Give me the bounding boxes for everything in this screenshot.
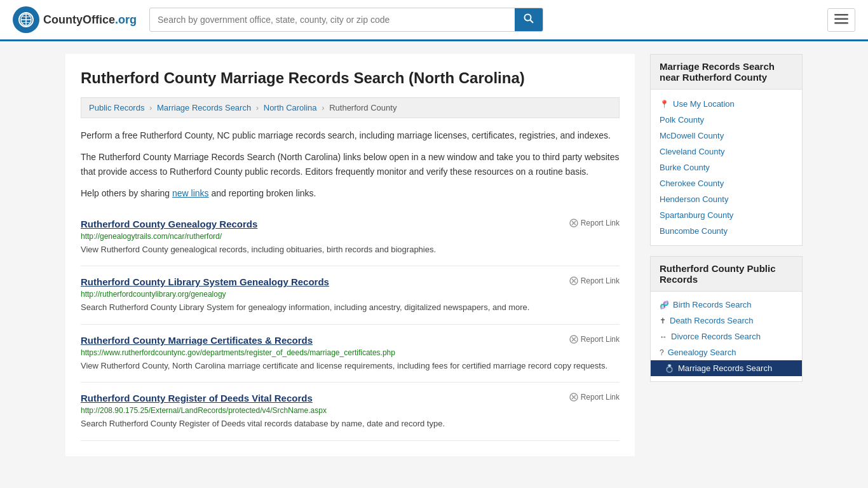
result-url-1[interactable]: http://rutherfordcountylibrary.org/genea… [81,290,620,299]
result-desc-1: Search Rutherford County Library System … [81,301,620,314]
public-records-content: 🧬Birth Records Search✝Death Records Sear… [651,292,802,381]
breadcrumb: Public Records › Marriage Records Search… [81,97,620,118]
nearby-county-0[interactable]: Polk County [660,112,793,128]
pub-rec-link-0[interactable]: 🧬Birth Records Search [660,297,793,313]
public-records-box: Rutherford County Public Records 🧬Birth … [650,256,803,382]
result-header-2: Rutherford County Marriage Certificates … [81,335,620,346]
nearby-counties-box: Marriage Records Search near Rutherford … [650,54,803,246]
result-item-1: Rutherford County Library System Genealo… [81,266,620,325]
report-icon-3 [569,393,578,402]
pub-rec-label-1: Death Records Search [670,316,754,325]
svg-line-4 [531,20,534,24]
svg-rect-7 [834,22,848,24]
result-desc-2: View Rutherford County, North Carolina m… [81,360,620,372]
description-3-post: and reporting broken links. [209,188,316,198]
nearby-county-3[interactable]: Burke County [660,159,793,175]
new-links-link[interactable]: new links [172,188,209,198]
nearby-county-6[interactable]: Spartanburg County [660,207,793,223]
pub-rec-label-3: Genealogy Search [668,348,736,357]
public-records-title: Rutherford County Public Records [651,257,802,292]
breadcrumb-public-records[interactable]: Public Records [89,103,144,112]
report-link-0[interactable]: Report Link [569,219,620,227]
pub-rec-icon-3: ? [660,348,664,357]
sidebar: Marriage Records Search near Rutherford … [650,54,803,456]
result-url-3[interactable]: http://208.90.175.25/External/LandRecord… [81,406,620,415]
logo-icon [13,6,39,33]
pub-rec-link-4[interactable]: 💍Marriage Records Search [651,360,802,376]
search-icon [524,13,534,24]
result-url-2[interactable]: https://www.rutherfordcountync.gov/depar… [81,348,620,357]
pub-rec-link-3[interactable]: ?Genealogy Search [660,344,793,360]
result-header-3: Rutherford County Register of Deeds Vita… [81,393,620,403]
description-3-pre: Help others by sharing [81,188,172,198]
pub-rec-label-2: Divorce Records Search [671,332,761,341]
result-desc-3: Search Rutherford County Register of Dee… [81,417,620,430]
hamburger-icon [834,14,848,24]
results-container: Rutherford County Genealogy Records Repo… [81,208,620,441]
nearby-county-2[interactable]: Cleveland County [660,144,793,159]
content-area: Rutherford County Marriage Records Searc… [65,54,635,456]
result-item-0: Rutherford County Genealogy Records Repo… [81,208,620,267]
menu-button[interactable] [827,8,855,32]
report-link-3[interactable]: Report Link [569,393,620,402]
main-container: Rutherford County Marriage Records Searc… [53,41,815,469]
svg-rect-6 [834,18,848,20]
breadcrumb-current: Rutherford County [329,103,397,112]
description-1: Perform a free Rutherford County, NC pub… [81,128,620,142]
pub-rec-label-4: Marriage Records Search [678,363,772,373]
search-input[interactable] [150,10,515,30]
nearby-county-7[interactable]: Buncombe County [660,223,793,239]
result-title-0[interactable]: Rutherford County Genealogy Records [81,219,257,229]
logo[interactable]: CountyOffice.org [13,6,137,33]
search-button[interactable] [515,8,543,31]
pub-rec-label-0: Birth Records Search [673,300,752,309]
breadcrumb-marriage-records-search[interactable]: Marriage Records Search [157,103,251,112]
breadcrumb-north-carolina[interactable]: North Carolina [264,103,317,112]
report-link-1[interactable]: Report Link [569,276,620,285]
svg-point-3 [525,15,531,21]
nearby-counties-content: 📍 Use My Location Polk CountyMcDowell Co… [651,90,802,245]
page-title: Rutherford County Marriage Records Searc… [81,69,620,87]
result-url-0[interactable]: http://genealogytrails.com/ncar/rutherfo… [81,232,620,241]
result-title-2[interactable]: Rutherford County Marriage Certificates … [81,335,313,346]
pub-rec-icon-1: ✝ [660,316,666,325]
pub-rec-link-1[interactable]: ✝Death Records Search [660,313,793,329]
description-2: The Rutherford County Marriage Records S… [81,150,620,179]
pub-rec-icon-4: 💍 [665,364,674,373]
report-link-2[interactable]: Report Link [569,335,620,344]
nearby-counties-list: Polk CountyMcDowell CountyCleveland Coun… [660,112,793,239]
logo-text: CountyOffice.org [43,13,137,27]
svg-rect-5 [834,14,848,16]
result-item-3: Rutherford County Register of Deeds Vita… [81,383,620,441]
report-icon-1 [569,276,578,285]
result-header-0: Rutherford County Genealogy Records Repo… [81,219,620,229]
pub-rec-icon-0: 🧬 [660,301,669,309]
nearby-county-1[interactable]: McDowell County [660,128,793,144]
report-icon-0 [569,219,578,227]
breadcrumb-sep-3: › [322,103,324,112]
description-3: Help others by sharing new links and rep… [81,186,620,200]
use-my-location-label: Use My Location [673,99,735,109]
location-icon: 📍 [660,100,669,109]
nearby-county-5[interactable]: Henderson County [660,191,793,207]
pub-rec-link-2[interactable]: ↔Divorce Records Search [660,329,793,344]
public-records-list: 🧬Birth Records Search✝Death Records Sear… [660,297,793,376]
breadcrumb-sep-1: › [149,103,152,112]
header: CountyOffice.org [0,0,868,41]
result-item-2: Rutherford County Marriage Certificates … [81,325,620,383]
result-title-3[interactable]: Rutherford County Register of Deeds Vita… [81,393,313,403]
breadcrumb-sep-2: › [256,103,259,112]
pub-rec-icon-2: ↔ [660,332,667,341]
report-icon-2 [569,335,578,344]
result-desc-0: View Rutherford County genealogical reco… [81,243,620,256]
nearby-county-4[interactable]: Cherokee County [660,175,793,191]
nearby-counties-title: Marriage Records Search near Rutherford … [651,55,802,90]
result-header-1: Rutherford County Library System Genealo… [81,276,620,287]
result-title-1[interactable]: Rutherford County Library System Genealo… [81,276,329,287]
search-bar [149,8,543,32]
use-my-location-link[interactable]: 📍 Use My Location [660,96,793,112]
